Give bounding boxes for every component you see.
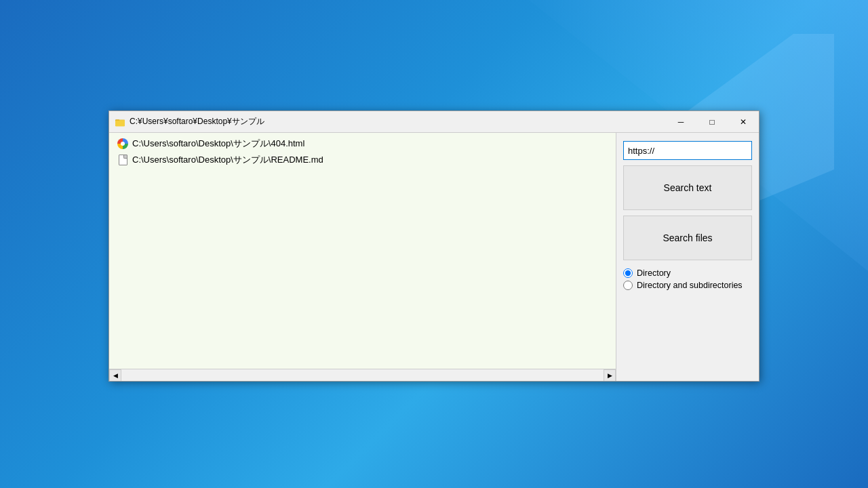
search-text-button[interactable]: Search text [623,165,752,210]
scroll-track[interactable] [121,369,604,381]
right-panel: Search text Search files Directory Direc… [616,133,759,381]
window-content: C:\Users\softaro\Desktop\サンプル\404.html C… [109,133,759,381]
title-bar: C:¥Users¥softaro¥Desktop¥サンプル ─ □ ✕ [109,111,759,133]
minimize-button[interactable]: ─ [665,111,696,133]
file-list: C:\Users\softaro\Desktop\サンプル\404.html C… [109,133,616,369]
svg-rect-2 [115,120,125,126]
close-button[interactable]: ✕ [728,111,759,133]
horizontal-scrollbar: ◀ ▶ [109,369,616,381]
chrome-icon [117,138,128,149]
directory-radio-label[interactable]: Directory [623,268,752,278]
file-path: C:\Users\softaro\Desktop\サンプル\README.md [132,154,323,166]
main-panel: C:\Users\softaro\Desktop\サンプル\404.html C… [109,133,616,381]
directory-radio[interactable] [623,268,633,278]
list-item[interactable]: C:\Users\softaro\Desktop\サンプル\README.md [115,152,610,168]
scroll-right-button[interactable]: ▶ [604,369,616,382]
maximize-button[interactable]: □ [696,111,728,133]
directory-subdirectories-radio[interactable] [623,281,633,290]
file-path: C:\Users\softaro\Desktop\サンプル\404.html [132,138,304,150]
file-icon [117,155,128,165]
directory-subdirectories-radio-label[interactable]: Directory and subdirectories [623,281,752,290]
search-files-button[interactable]: Search files [623,216,752,260]
directory-radio-text: Directory [637,268,671,278]
window-title: C:¥Users¥softaro¥Desktop¥サンプル [130,116,264,127]
directory-subdirectories-radio-text: Directory and subdirectories [637,281,743,290]
list-item[interactable]: C:\Users\softaro\Desktop\サンプル\404.html [115,136,610,152]
scroll-left-button[interactable]: ◀ [109,369,121,382]
folder-icon [115,117,125,127]
scope-radio-group: Directory Directory and subdirectories [623,268,752,290]
application-window: C:¥Users¥softaro¥Desktop¥サンプル ─ □ ✕ C:\U… [108,110,760,382]
window-controls: ─ □ ✕ [665,111,759,132]
title-bar-left: C:¥Users¥softaro¥Desktop¥サンプル [115,116,264,127]
search-input[interactable] [623,141,752,160]
